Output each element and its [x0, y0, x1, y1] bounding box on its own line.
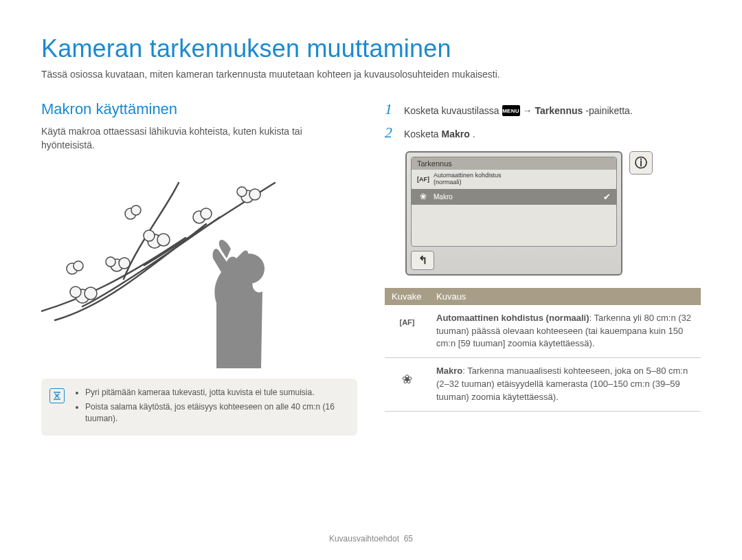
flower-icon: ❀ — [417, 192, 429, 201]
lcd-option-auto-focus[interactable]: [AF] Automaattinen kohdistus (normaali) — [412, 170, 616, 189]
step-bold: Makro — [442, 128, 470, 139]
step-bold: Tarkennus — [535, 105, 583, 116]
svg-point-10 — [201, 208, 212, 219]
icon-description-table: Kuvake Kuvaus [AF] Automaattinen kohdist… — [385, 288, 701, 412]
svg-point-2 — [70, 287, 81, 298]
svg-point-4 — [119, 258, 130, 269]
tip-item: Poista salama käytöstä, jos etäisyys koh… — [85, 401, 348, 425]
svg-point-5 — [106, 257, 115, 267]
table-header-icon: Kuvake — [385, 288, 429, 305]
row-bold: Makro — [436, 366, 462, 376]
step-number: 1 — [385, 100, 397, 118]
step-1: 1 Kosketa kuvaustilassa MENU → Tarkennus… — [385, 100, 701, 118]
macro-illustration — [41, 162, 357, 368]
step-suffix: -painiketta. — [585, 105, 632, 116]
note-icon — [49, 388, 65, 403]
page-intro: Tässä osiossa kuvataan, miten kameran ta… — [41, 69, 701, 80]
step-number: 2 — [385, 124, 397, 142]
step-arrow: → — [523, 105, 532, 116]
svg-point-7 — [157, 234, 170, 246]
svg-point-18 — [234, 254, 265, 284]
left-column: Makron käyttäminen Käytä makroa ottaessa… — [41, 100, 357, 436]
table-row: ❀ Makro: Tarkenna manuaalisesti kohteese… — [385, 358, 701, 412]
page-footer: Kuvausvaihtoehdot 65 — [0, 534, 742, 544]
check-icon: ✔ — [603, 192, 611, 202]
camera-lcd-panel: Tarkennus [AF] Automaattinen kohdistus (… — [405, 151, 653, 276]
svg-point-12 — [249, 189, 260, 200]
lcd-option-makro[interactable]: ❀ Makro ✔ — [412, 189, 616, 205]
section-heading: Makron käyttäminen — [41, 100, 357, 118]
af-icon: [AF] — [385, 305, 429, 358]
right-column: 1 Kosketa kuvaustilassa MENU → Tarkennus… — [385, 100, 701, 436]
table-header: Kuvake Kuvaus — [385, 288, 701, 305]
svg-point-17 — [131, 205, 141, 215]
table-header-desc: Kuvaus — [429, 288, 701, 305]
lcd-option-label-top: Automaattinen kohdistus — [434, 172, 502, 179]
svg-point-1 — [85, 287, 97, 300]
step-2: 2 Kosketa Makro. — [385, 124, 701, 142]
step-text: Kosketa kuvaustilassa — [404, 105, 499, 116]
lcd-option-label: Makro — [434, 193, 599, 201]
row-rest: : Tarkenna manuaalisesti kohteeseen, jok… — [436, 366, 688, 402]
lcd-menu-title: Tarkennus — [412, 157, 616, 170]
footer-section: Kuvausvaihtoehdot — [329, 534, 399, 544]
flower-icon: ❀ — [385, 358, 429, 412]
svg-point-8 — [144, 230, 155, 241]
tips-box: Pyri pitämään kameraa tukevasti, jotta k… — [41, 379, 357, 435]
back-button[interactable]: ↰ — [411, 251, 434, 270]
footer-page-number: 65 — [404, 534, 413, 544]
step-text: Kosketa — [404, 128, 439, 139]
lcd-option-label-bottom: (normaali) — [434, 179, 462, 186]
info-button[interactable]: ⓘ — [629, 151, 653, 175]
step-suffix: . — [473, 128, 475, 139]
af-icon: [AF] — [417, 176, 429, 183]
svg-point-15 — [74, 261, 83, 271]
svg-point-13 — [237, 187, 247, 197]
tip-item: Pyri pitämään kameraa tukevasti, jotta k… — [85, 387, 348, 399]
row-bold: Automaattinen kohdistus (normaali) — [436, 313, 589, 323]
table-row: [AF] Automaattinen kohdistus (normaali):… — [385, 305, 701, 358]
section-body-text: Käytä makroa ottaessasi lähikuvia kohtei… — [41, 125, 357, 152]
page-title: Kameran tarkennuksen muuttaminen — [41, 34, 701, 63]
menu-chip-icon: MENU — [502, 105, 520, 116]
